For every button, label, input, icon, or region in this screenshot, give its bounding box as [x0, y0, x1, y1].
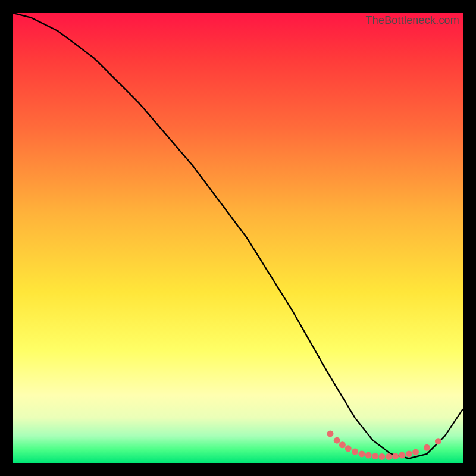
data-dot	[424, 444, 430, 451]
data-dot	[334, 437, 340, 444]
chart-svg	[13, 13, 463, 463]
data-dot	[372, 453, 378, 459]
watermark-text: TheBottleneck.com	[366, 14, 459, 27]
data-dot	[352, 449, 358, 455]
data-dot	[358, 450, 365, 457]
data-dot	[345, 445, 352, 452]
data-dot	[435, 438, 441, 444]
bottleneck-curve	[13, 13, 463, 458]
data-dot	[339, 441, 346, 448]
data-dot	[365, 452, 372, 459]
data-dot	[412, 449, 419, 455]
data-dot	[399, 452, 405, 459]
data-dot	[378, 453, 385, 460]
data-dot	[327, 430, 334, 437]
plot-area: TheBottleneck.com	[13, 13, 463, 463]
curve-dots	[327, 430, 441, 460]
chart-frame: TheBottleneck.com	[0, 0, 476, 476]
data-dot	[386, 453, 392, 460]
data-dot	[406, 450, 412, 457]
data-dot	[392, 453, 399, 459]
